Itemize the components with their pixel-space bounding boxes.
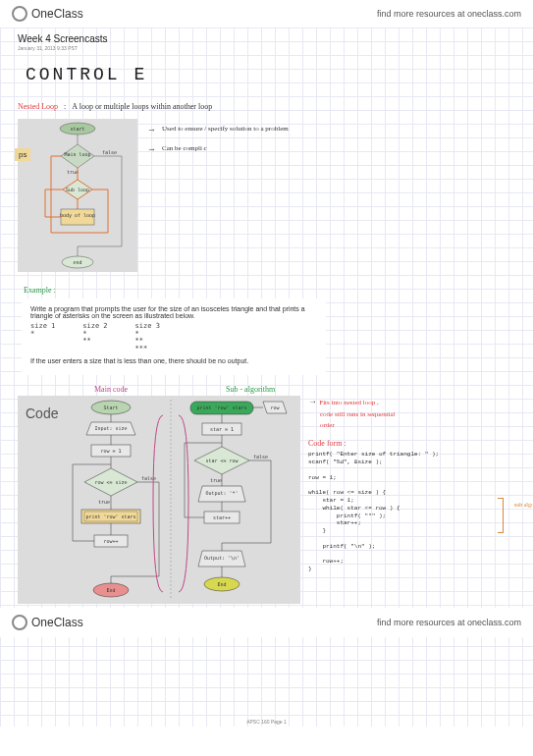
- note-2: → Can be compli c: [147, 144, 289, 154]
- big-flow-svg: Start Input: size row = 1 row <= size fa…: [18, 396, 300, 604]
- svg-text:Start: Start: [103, 405, 118, 410]
- flow-false: false: [102, 149, 117, 155]
- svg-text:Output:
'*': Output: '*': [205, 490, 238, 497]
- flow-labels: Main code Sub - algorithm: [94, 385, 515, 394]
- arrow-icon: →: [147, 125, 156, 135]
- brand-name: OneClass: [31, 7, 83, 21]
- code-form-title: Code form :: [308, 439, 515, 448]
- big-flow-row: Code Start Input: size row = 1 row <= si…: [18, 396, 515, 604]
- fit-note: → Fits into nested loop , code still run…: [308, 396, 515, 431]
- size-col-2: size 2 * **: [82, 323, 107, 353]
- flowchart-svg: start Main loop false true Sub loop body…: [18, 119, 137, 272]
- example-text-1: Write a program that prompts the user fo…: [30, 305, 317, 319]
- svg-text:row = 1: row = 1: [100, 448, 121, 454]
- svg-text:row++: row++: [103, 538, 118, 544]
- fit-1: Fits into nested loop ,: [319, 399, 378, 406]
- code-block: printf( "Enter size of triangle: " ); sc…: [308, 451, 515, 573]
- nested-loop-def: Nested Loop : A loop or multiple loops w…: [18, 102, 515, 111]
- flowchart-nested: ps start Main loop false true Sub loop b…: [18, 119, 137, 272]
- footer-bar: OneClass find more resources at oneclass…: [0, 608, 533, 637]
- flow-start: start: [70, 126, 84, 132]
- svg-text:star = 1: star = 1: [210, 426, 234, 432]
- svg-text:row <= size: row <= size: [94, 479, 127, 485]
- flow-cond: Main loop: [64, 151, 90, 158]
- size-1-pattern: *: [30, 330, 34, 338]
- flow-inner: body of loop: [60, 212, 95, 219]
- page-footer-note: APSC 160 Page 1: [0, 719, 533, 725]
- brand-name: OneClass: [31, 616, 83, 629]
- svg-text:End: End: [106, 587, 115, 593]
- page-title: Week 4 Screencasts: [18, 33, 515, 44]
- svg-text:false: false: [141, 475, 156, 481]
- svg-text:End: End: [217, 581, 226, 587]
- size-3-pattern: * ** ***: [135, 330, 148, 352]
- code-label: Code: [26, 405, 58, 421]
- svg-text:row: row: [270, 405, 280, 410]
- nested-notes: → Used to ensure / specify solution to a…: [147, 119, 289, 154]
- sub-algo-label: Sub - algorithm: [226, 385, 275, 394]
- note-2-text: Can be compli c: [162, 144, 207, 154]
- flowchart-code: Code Start Input: size row = 1 row <= si…: [18, 396, 300, 604]
- example-box: Write a program that prompts the user fo…: [22, 298, 326, 375]
- arrow-icon: →: [147, 144, 156, 154]
- svg-text:print 'row' stars: print 'row' stars: [196, 405, 246, 411]
- flow-end: end: [73, 259, 81, 265]
- flow-true: true: [67, 169, 79, 175]
- example-text-2: If the user enters a size that is less t…: [30, 357, 317, 364]
- example-sizes: size 1 * size 2 * ** size 3 * ** ***: [30, 323, 317, 353]
- brand-circle-icon: [12, 6, 27, 22]
- svg-text:true: true: [210, 477, 222, 483]
- nested-label: Nested Loop: [18, 102, 58, 111]
- note-1: → Used to ensure / specify solution to a…: [147, 125, 289, 135]
- brand: OneClass: [12, 6, 83, 22]
- svg-text:print 'row' stars: print 'row' stars: [85, 513, 135, 520]
- brand-circle-icon: [12, 615, 27, 630]
- svg-text:Input:
size: Input: size: [94, 425, 127, 432]
- example-label-text: Example: [24, 286, 51, 295]
- code-lines: printf( "Enter size of triangle: " ); sc…: [308, 451, 515, 573]
- fit-3: order: [320, 421, 335, 429]
- svg-text:Output:
'\n': Output: '\n': [204, 555, 240, 562]
- ps-tag: ps: [15, 148, 30, 161]
- arrow-icon: →: [308, 397, 317, 406]
- sub-algo-bracket-label: sub algorithm: [514, 502, 533, 509]
- brand: OneClass: [12, 615, 83, 630]
- example-label: Example :: [24, 286, 515, 295]
- size-col-3: size 3 * ** ***: [135, 323, 160, 353]
- content: Week 4 Screencasts January 31, 2013 9:33…: [0, 27, 533, 608]
- main-code-label: Main code: [94, 385, 128, 394]
- svg-text:false: false: [253, 454, 268, 459]
- footer-find-more: find more resources at oneclass.com: [377, 618, 521, 627]
- right-column: → Fits into nested loop , code still run…: [300, 396, 515, 573]
- page-meta: January 31, 2013 9:33 PST: [18, 45, 515, 51]
- header-find-more: find more resources at oneclass.com: [377, 9, 521, 19]
- svg-text:star++: star++: [213, 514, 231, 520]
- fit-2: code still runs in sequential: [320, 410, 396, 418]
- main-heading: CONTROL E: [26, 65, 515, 84]
- bracket-icon: [498, 498, 504, 533]
- svg-text:star <= row: star <= row: [205, 458, 239, 463]
- svg-text:true: true: [98, 499, 110, 505]
- nested-definition: A loop or multiple loops within another …: [72, 102, 212, 111]
- colon: :: [64, 102, 66, 111]
- size-2-pattern: * **: [82, 330, 90, 346]
- note-1-text: Used to ensure / specify solution to a p…: [162, 125, 289, 135]
- flow-sub: Sub loop: [66, 187, 89, 193]
- header-bar: OneClass find more resources at oneclass…: [0, 0, 533, 27]
- size-col-1: size 1 *: [30, 323, 55, 353]
- nested-row: ps start Main loop false true Sub loop b…: [18, 119, 515, 272]
